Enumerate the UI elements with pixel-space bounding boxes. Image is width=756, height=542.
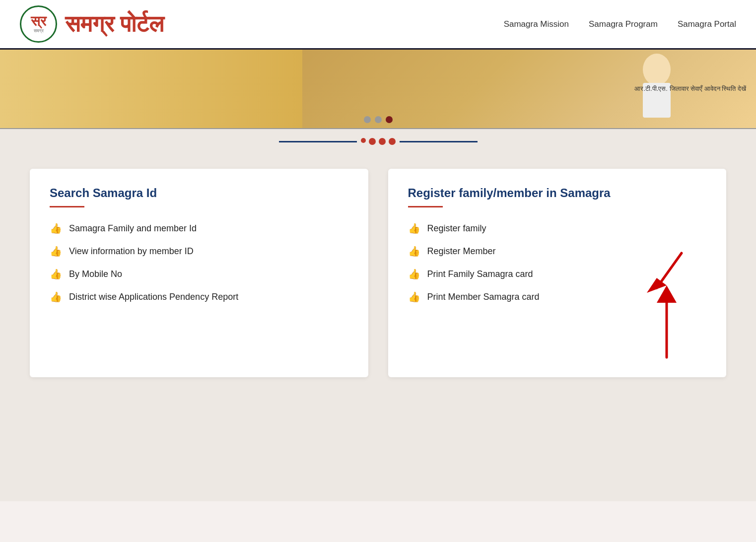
nav-item-program[interactable]: Samagra Program — [589, 19, 658, 29]
thumb-icon-1: 👍 — [50, 222, 62, 234]
slide-dots — [364, 116, 393, 123]
divider-dot-2 — [369, 138, 376, 145]
list-item-family-member-id[interactable]: 👍 Samagra Family and member Id — [50, 222, 348, 234]
divider-line-right — [400, 141, 478, 142]
register-samagra-card: Register family/member in Samagra 👍 Regi… — [388, 169, 727, 377]
svg-marker-5 — [657, 285, 677, 303]
thumb-icon-8: 👍 — [408, 291, 420, 303]
search-card-title: Search Samagra Id — [50, 186, 348, 200]
main-content: Search Samagra Id 👍 Samagra Family and m… — [0, 154, 756, 501]
svg-point-0 — [643, 54, 671, 85]
register-card-underline — [408, 206, 443, 207]
divider-section — [0, 129, 756, 154]
list-item-district-pendency[interactable]: 👍 District wise Applications Pendency Re… — [50, 291, 348, 303]
list-item-label-register-family: Register family — [427, 223, 486, 234]
logo-area: स्र समग्र समग्र पोर्टल — [20, 5, 164, 43]
thumb-icon-7: 👍 — [408, 268, 420, 280]
search-samagra-card: Search Samagra Id 👍 Samagra Family and m… — [30, 169, 368, 377]
thumb-icon-2: 👍 — [50, 245, 62, 257]
list-item-label-print-family-card: Print Family Samagra card — [427, 269, 533, 279]
divider-dot-3 — [379, 138, 386, 145]
list-item-label-register-member: Register Member — [427, 246, 496, 257]
hero-banner: आर.टी.पी.एस. जिलावार सेवाएँ आवेदन स्थिति… — [0, 50, 756, 129]
main-nav: Samagra Mission Samagra Program Samagra … — [504, 19, 736, 29]
slide-dot-1[interactable] — [364, 116, 371, 123]
list-item-label-view-by-member-id: View information by member ID — [69, 246, 194, 257]
register-card-title: Register family/member in Samagra — [408, 186, 707, 200]
divider-dot-4 — [389, 138, 396, 145]
list-item-register-family[interactable]: 👍 Register family — [408, 222, 707, 234]
divider-line — [279, 138, 478, 145]
header: स्र समग्र समग्र पोर्टल Samagra Mission S… — [0, 0, 756, 50]
hero-text-overlay: आर.टी.पी.एस. जिलावार सेवाएँ आवेदन स्थिति… — [634, 85, 746, 93]
logo-symbol: स्र — [31, 14, 46, 28]
list-item-label-district-pendency: District wise Applications Pendency Repo… — [69, 292, 238, 302]
search-card-list: 👍 Samagra Family and member Id 👍 View in… — [50, 222, 348, 303]
site-title: समग्र पोर्टल — [65, 11, 164, 38]
thumb-icon-6: 👍 — [408, 245, 420, 257]
marquee-text: आर.टी.पी.एस. जिलावार सेवाएँ आवेदन स्थिति… — [634, 85, 746, 92]
divider-dots — [361, 138, 396, 145]
list-item-label-print-member-card: Print Member Samagra card — [427, 292, 540, 302]
thumb-icon-3: 👍 — [50, 268, 62, 280]
list-item-by-mobile[interactable]: 👍 By Mobile No — [50, 268, 348, 280]
divider-dot-1 — [361, 138, 366, 143]
thumb-icon-4: 👍 — [50, 291, 62, 303]
slide-dot-3[interactable] — [386, 116, 393, 123]
list-item-label-by-mobile: By Mobile No — [69, 269, 122, 279]
list-item-view-by-member-id[interactable]: 👍 View information by member ID — [50, 245, 348, 257]
logo-subtitle-text: समग्र — [31, 28, 46, 34]
arrow-up-annotation — [647, 283, 687, 362]
slide-dot-2[interactable] — [375, 116, 382, 123]
list-item-label-family-member-id: Samagra Family and member Id — [69, 223, 197, 234]
logo-circle: स्र समग्र — [20, 5, 57, 43]
search-card-underline — [50, 206, 84, 207]
thumb-icon-5: 👍 — [408, 222, 420, 234]
nav-item-portal[interactable]: Samagra Portal — [678, 19, 736, 29]
cards-row: Search Samagra Id 👍 Samagra Family and m… — [30, 169, 726, 377]
divider-line-left — [279, 141, 357, 142]
nav-item-mission[interactable]: Samagra Mission — [504, 19, 569, 29]
